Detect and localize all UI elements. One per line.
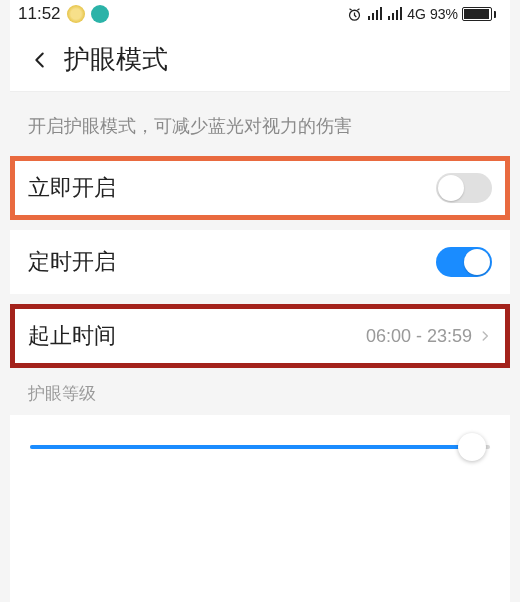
status-bar: 11:52 4G 93% bbox=[10, 0, 510, 28]
level-slider-knob[interactable] bbox=[458, 433, 486, 461]
status-app-icon-2 bbox=[91, 5, 109, 23]
page-header: 护眼模式 bbox=[10, 28, 510, 92]
back-button[interactable] bbox=[20, 49, 60, 71]
level-slider-fill bbox=[30, 445, 472, 449]
row-time-range-value: 06:00 - 23:59 bbox=[366, 326, 472, 347]
level-header: 护眼等级 bbox=[10, 368, 510, 415]
network-label: 4G bbox=[407, 6, 426, 22]
row-scheduled[interactable]: 定时开启 bbox=[10, 230, 510, 294]
row-time-range[interactable]: 起止时间 06:00 - 23:59 bbox=[10, 304, 510, 368]
level-slider-container bbox=[10, 415, 510, 479]
battery-icon bbox=[462, 7, 496, 21]
svg-rect-2 bbox=[372, 13, 374, 20]
battery-percent: 93% bbox=[430, 6, 458, 22]
toggle-scheduled[interactable] bbox=[436, 247, 492, 277]
status-app-icon-1 bbox=[67, 5, 85, 23]
row-time-range-label: 起止时间 bbox=[28, 321, 366, 351]
svg-rect-7 bbox=[396, 10, 398, 20]
svg-rect-4 bbox=[380, 7, 382, 20]
alarm-icon bbox=[346, 6, 363, 23]
chevron-right-icon bbox=[478, 329, 492, 343]
row-enable-now[interactable]: 立即开启 bbox=[10, 156, 510, 220]
row-scheduled-label: 定时开启 bbox=[28, 247, 436, 277]
toggle-enable-now[interactable] bbox=[436, 173, 492, 203]
signal-icon-1 bbox=[367, 6, 383, 22]
svg-rect-8 bbox=[400, 7, 402, 20]
svg-rect-1 bbox=[368, 16, 370, 20]
page-title: 护眼模式 bbox=[64, 42, 168, 77]
description-text: 开启护眼模式，可减少蓝光对视力的伤害 bbox=[10, 92, 510, 156]
svg-rect-6 bbox=[392, 13, 394, 20]
level-slider[interactable] bbox=[30, 445, 490, 449]
svg-rect-5 bbox=[388, 16, 390, 20]
row-enable-now-label: 立即开启 bbox=[28, 173, 436, 203]
status-time: 11:52 bbox=[18, 4, 61, 24]
svg-rect-3 bbox=[376, 10, 378, 20]
signal-icon-2 bbox=[387, 6, 403, 22]
